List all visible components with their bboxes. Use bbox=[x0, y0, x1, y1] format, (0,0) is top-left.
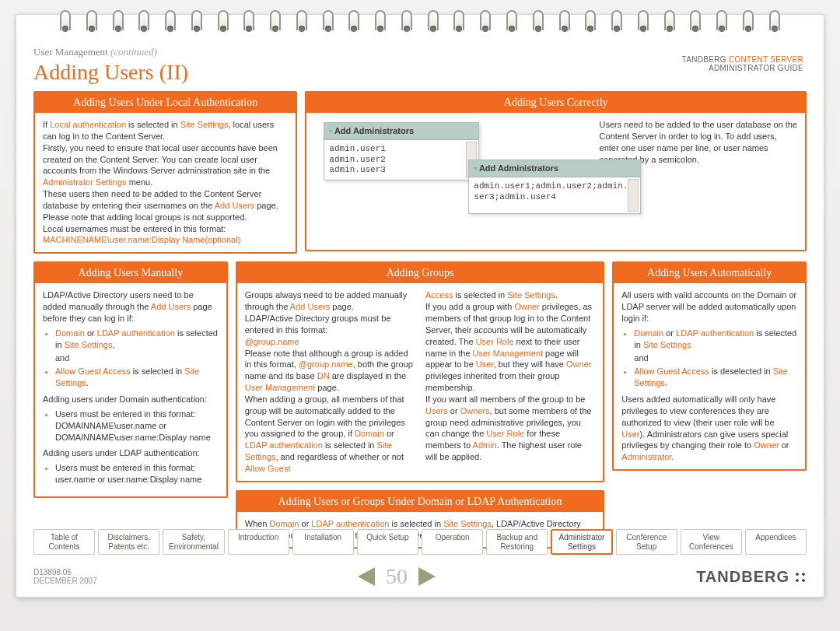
panel-local-auth: Adding Users Under Local Authentication … bbox=[33, 91, 297, 254]
pager: 50 bbox=[358, 564, 436, 589]
panel-header: Adding Users Under Local Authentication bbox=[35, 93, 296, 113]
tab-disclaimers[interactable]: Disclaimers,Patents etc. bbox=[98, 529, 159, 555]
brand-content-server: CONTENT SERVER bbox=[729, 55, 803, 64]
tab-table-of[interactable]: Table ofContents bbox=[33, 529, 95, 555]
breadcrumb-section: User Management bbox=[33, 46, 108, 58]
panel-header: Adding Users Correctly bbox=[306, 93, 805, 113]
groups-col-left: Groups always need to be added manually … bbox=[245, 289, 415, 475]
screenshot-text: admin.user1;admin.user2;admin.user3;admi… bbox=[474, 181, 633, 202]
nav-tabs: Table ofContentsDisclaimers,Patents etc.… bbox=[33, 529, 807, 555]
panel-adding-groups: Adding Groups Groups always need to be a… bbox=[236, 261, 605, 482]
page-footer: D13898.05 DECEMBER 2007 50 TANDBERG bbox=[33, 564, 807, 589]
panel-body: If Local authentication is selected in S… bbox=[35, 113, 296, 252]
panel-header: Adding Users Manually bbox=[35, 263, 226, 283]
tab-appendices[interactable]: Appendices bbox=[745, 529, 807, 555]
panel-header: Adding Groups bbox=[237, 263, 604, 283]
next-page-button[interactable] bbox=[418, 567, 436, 586]
screenshot-add-admins-semicolon: Add Administrators admin.user1;admin.use… bbox=[468, 160, 641, 214]
tab-operation[interactable]: Operation bbox=[422, 529, 483, 555]
doc-date: DECEMBER 2007 bbox=[33, 577, 97, 585]
tab-backup-and[interactable]: Backup andRestoring bbox=[486, 529, 548, 555]
doc-id: D13898.05 bbox=[33, 568, 97, 577]
groups-col-right: Access is selected in Site Settings. If … bbox=[425, 289, 595, 475]
brand-block: TANDBERG CONTENT SERVER ADMINISTRATOR GU… bbox=[682, 55, 803, 72]
tab-administrator[interactable]: AdministratorSettings bbox=[551, 529, 612, 555]
tab-installation[interactable]: Installation bbox=[292, 529, 354, 555]
tab-introduction[interactable]: Introduction bbox=[228, 529, 289, 555]
panel-adding-manually: Adding Users Manually LDAP/Active Direct… bbox=[33, 261, 228, 498]
tab-view[interactable]: ViewConferences bbox=[681, 529, 742, 555]
tab-conference[interactable]: ConferenceSetup bbox=[616, 529, 677, 555]
tab-safety[interactable]: Safety,Environmental bbox=[163, 529, 224, 555]
panel-header: Adding Users Automatically bbox=[614, 263, 805, 283]
tab-quick-setup[interactable]: Quick Setup bbox=[357, 529, 418, 555]
brand-guide: ADMINISTRATOR GUIDE bbox=[682, 64, 803, 72]
brand-tandberg: TANDBERG bbox=[682, 55, 726, 64]
page-number: 50 bbox=[386, 564, 408, 589]
spiral-binding bbox=[60, 10, 780, 30]
breadcrumb-continued: (continued) bbox=[110, 46, 157, 58]
prev-page-button[interactable] bbox=[358, 567, 375, 586]
panel-adding-correctly: Adding Users Correctly Add Administrator… bbox=[305, 91, 807, 251]
panel-adding-automatically: Adding Users Automatically All users wit… bbox=[612, 261, 807, 471]
page: User Management (continued) Adding Users… bbox=[16, 14, 824, 598]
scrollbar[interactable] bbox=[628, 179, 639, 212]
screenshot-text: admin.user1 admin.user2 admin.user3 bbox=[329, 144, 386, 175]
screenshot-header: Add Administrators bbox=[469, 160, 640, 177]
panel-header: Adding Users or Groups Under Domain or L… bbox=[237, 492, 604, 512]
screenshot-add-admins-lines: Add Administrators admin.user1 admin.use… bbox=[324, 122, 479, 181]
tandberg-logo: TANDBERG bbox=[696, 568, 807, 586]
screenshot-header: Add Administrators bbox=[324, 123, 478, 140]
